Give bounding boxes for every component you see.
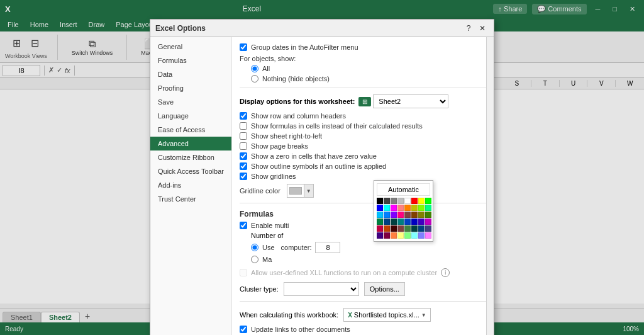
color-cell[interactable] <box>391 198 397 204</box>
workbook-name-label: Shortlisted topics.xl... <box>354 311 419 319</box>
show-zero-checkbox[interactable] <box>240 152 247 160</box>
group-dates-checkbox[interactable] <box>240 43 247 51</box>
computer-threads-input[interactable] <box>315 242 340 253</box>
color-cell[interactable] <box>404 198 411 204</box>
allow-user-checkbox[interactable] <box>240 269 247 276</box>
color-cell[interactable] <box>384 205 390 211</box>
show-rtl-checkbox[interactable] <box>240 132 247 140</box>
all-radio[interactable] <box>251 65 258 72</box>
color-picker-popup: Automatic <box>374 180 433 242</box>
show-row-col-checkbox[interactable] <box>240 112 247 120</box>
show-page-breaks-label: Show page breaks <box>251 142 308 150</box>
use-computer-radio[interactable] <box>251 244 258 251</box>
group-dates-row: Group dates in the AutoFilter menu <box>240 42 486 52</box>
color-cell[interactable] <box>411 212 418 218</box>
color-cell[interactable] <box>404 212 411 218</box>
color-cell[interactable] <box>418 225 425 232</box>
nothing-radio[interactable] <box>251 75 258 82</box>
show-formulas-checkbox[interactable] <box>240 122 247 130</box>
color-cell[interactable] <box>391 219 397 225</box>
allow-user-row: Allow user-defined XLL functions to run … <box>240 267 486 278</box>
color-cell[interactable] <box>425 205 431 211</box>
color-cell[interactable] <box>377 232 383 239</box>
nav-proofing[interactable]: Proofing <box>150 81 231 95</box>
color-cell[interactable] <box>384 212 390 218</box>
nav-language[interactable]: Language <box>150 109 231 123</box>
color-cell[interactable] <box>397 219 404 225</box>
color-cell[interactable] <box>411 205 418 211</box>
color-cell[interactable] <box>391 212 397 218</box>
nav-ease-of-access[interactable]: Ease of Access <box>150 123 231 137</box>
color-cell[interactable] <box>391 232 397 239</box>
color-cell[interactable] <box>411 198 418 204</box>
show-gridlines-checkbox[interactable] <box>240 173 247 180</box>
color-cell[interactable] <box>397 198 404 204</box>
color-cell[interactable] <box>377 219 383 225</box>
dialog-body: General Formulas Data Proofing Save Lang… <box>150 37 494 335</box>
dialog-title: Excel Options <box>155 24 206 33</box>
update-links-checkbox[interactable] <box>240 326 247 333</box>
dialog-scrollbar[interactable] <box>486 37 494 335</box>
color-cell[interactable] <box>425 232 431 239</box>
color-cell[interactable] <box>377 225 383 232</box>
show-outline-checkbox[interactable] <box>240 162 247 170</box>
nav-save[interactable]: Save <box>150 95 231 109</box>
worksheet-dropdown-select[interactable]: Sheet2 <box>373 94 448 108</box>
color-cell[interactable] <box>418 205 425 211</box>
color-grid <box>377 198 431 239</box>
options-button[interactable]: Options... <box>364 282 405 296</box>
cluster-type-select[interactable] <box>284 282 359 296</box>
color-cell[interactable] <box>397 232 404 239</box>
color-cell[interactable] <box>397 212 404 218</box>
nav-add-ins[interactable]: Add-ins <box>150 178 231 192</box>
nav-formulas[interactable]: Formulas <box>150 54 231 67</box>
color-cell[interactable] <box>418 232 425 239</box>
gridline-color-button[interactable]: ▼ <box>287 184 314 198</box>
color-cell[interactable] <box>418 219 425 225</box>
workbook-dropdown-arrow: ▼ <box>421 312 426 318</box>
color-cell[interactable] <box>384 219 390 225</box>
color-cell[interactable] <box>384 232 390 239</box>
color-cell[interactable] <box>411 232 418 239</box>
color-cell[interactable] <box>404 219 411 225</box>
use-computer-label: Use <box>262 244 275 251</box>
color-cell[interactable] <box>425 198 431 204</box>
max-radio[interactable] <box>251 256 258 263</box>
color-cell[interactable] <box>425 225 431 232</box>
color-cell[interactable] <box>391 225 397 232</box>
nav-customize-ribbon[interactable]: Customize Ribbon <box>150 150 231 164</box>
dialog-help-button[interactable]: ? <box>462 23 475 34</box>
nav-advanced[interactable]: Advanced <box>150 137 231 150</box>
color-cell[interactable] <box>418 212 425 218</box>
update-links-label: Update links to other documents <box>251 326 350 333</box>
dropdown-arrow-icon: ▼ <box>304 185 313 197</box>
nav-quick-access-toolbar[interactable]: Quick Access Toolbar <box>150 164 231 178</box>
color-cell[interactable] <box>384 225 390 232</box>
nav-general[interactable]: General <box>150 40 231 54</box>
color-cell[interactable] <box>377 212 383 218</box>
show-page-breaks-checkbox[interactable] <box>240 142 247 150</box>
nav-data[interactable]: Data <box>150 67 231 81</box>
color-cell[interactable] <box>411 225 418 232</box>
color-cell[interactable] <box>404 225 411 232</box>
automatic-color-button[interactable]: Automatic <box>377 183 430 196</box>
color-cell[interactable] <box>404 232 411 239</box>
color-cell[interactable] <box>411 219 418 225</box>
formulas-section-title: Formulas <box>240 207 486 220</box>
color-cell[interactable] <box>425 212 431 218</box>
nothing-radio-row: Nothing (hide objects) <box>251 74 486 84</box>
color-cell[interactable] <box>425 219 431 225</box>
color-cell[interactable] <box>397 205 404 211</box>
enable-multi-checkbox[interactable] <box>240 222 247 229</box>
color-cell[interactable] <box>377 198 383 204</box>
color-cell[interactable] <box>404 205 411 211</box>
dialog-close-button[interactable]: ✕ <box>476 23 489 34</box>
nav-trust-center[interactable]: Trust Center <box>150 192 231 206</box>
color-cell[interactable] <box>391 205 397 211</box>
color-cell[interactable] <box>397 225 404 232</box>
computer-num-label: computer: <box>281 244 312 251</box>
color-cell[interactable] <box>377 205 383 211</box>
worksheet-selector: ⊞ Sheet2 <box>358 94 448 108</box>
color-cell[interactable] <box>384 198 390 204</box>
color-cell[interactable] <box>418 198 425 204</box>
